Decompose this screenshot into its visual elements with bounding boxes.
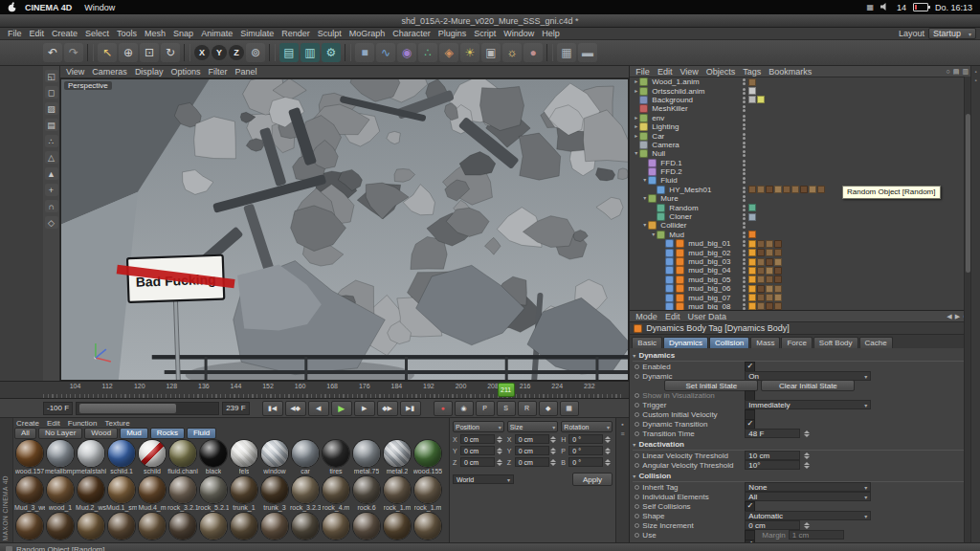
expand-arrow[interactable]: ▸ bbox=[633, 87, 639, 96]
goto-start-button[interactable]: ▮◀ bbox=[262, 401, 283, 416]
tag-icon[interactable] bbox=[757, 186, 765, 193]
om-menu-bookmarks[interactable]: Bookmarks bbox=[765, 67, 815, 77]
menu-help[interactable]: Help bbox=[538, 29, 564, 38]
spinner[interactable] bbox=[604, 448, 611, 454]
material-trunk-1[interactable]: trunk_1 bbox=[229, 476, 259, 512]
menu-window[interactable]: Window bbox=[500, 29, 538, 38]
material-tires[interactable]: tires bbox=[321, 440, 351, 475]
visibility-dots[interactable] bbox=[743, 78, 746, 85]
material-mud-4-m[interactable]: Mud.4_m bbox=[137, 476, 167, 512]
menu-plugins[interactable]: Plugins bbox=[434, 29, 471, 38]
range-end-field[interactable]: 239 F bbox=[222, 402, 249, 415]
menu-character[interactable]: Character bbox=[389, 29, 434, 38]
range-start-field[interactable]: -100 F bbox=[43, 402, 73, 415]
add-spline-icon[interactable]: ∿ bbox=[376, 43, 395, 62]
object-row-ortsschild-anim[interactable]: ▸Ortsschild.anim bbox=[630, 86, 971, 95]
anim-dot[interactable] bbox=[635, 393, 639, 398]
mac-app-name[interactable]: CINEMA 4D bbox=[25, 3, 72, 12]
coord-field-position-z[interactable]: 0 cm bbox=[460, 457, 495, 467]
layer-tab-wood[interactable]: Wood bbox=[84, 428, 118, 439]
add-deformer-icon[interactable]: ◈ bbox=[439, 43, 458, 62]
material-trunk-3[interactable]: trunk_3 bbox=[259, 476, 290, 512]
render-view-icon[interactable]: ▤ bbox=[279, 43, 299, 62]
anim-dot[interactable] bbox=[635, 523, 639, 528]
add-generator-icon[interactable]: ◉ bbox=[397, 43, 416, 62]
anim-dot[interactable] bbox=[635, 374, 639, 379]
key-parameter-toggle[interactable]: ◆ bbox=[539, 401, 558, 416]
visibility-dots[interactable] bbox=[743, 177, 746, 184]
material-rock-1-m[interactable]: rock_1.m bbox=[382, 476, 412, 512]
menu-select[interactable]: Select bbox=[81, 29, 113, 38]
om-menu-view[interactable]: View bbox=[676, 67, 702, 77]
range-slider-handle[interactable] bbox=[79, 404, 176, 413]
om-menu-file[interactable]: File bbox=[632, 67, 654, 77]
tag-icon[interactable] bbox=[766, 285, 773, 293]
viewport-menu-cameras[interactable]: Cameras bbox=[88, 67, 131, 77]
tag-icon[interactable] bbox=[748, 302, 756, 310]
checkbox-enabled[interactable]: ✓ bbox=[745, 362, 755, 372]
coord-field-position-y[interactable]: 0 cm bbox=[460, 446, 495, 455]
visibility-dots[interactable] bbox=[743, 105, 746, 112]
material-mud-2-ws[interactable]: Mud.2_ws bbox=[76, 476, 106, 512]
object-row-cloner[interactable]: Cloner bbox=[630, 212, 971, 221]
section-deactivation[interactable]: ▾Deactivation bbox=[633, 439, 969, 451]
visibility-dots[interactable] bbox=[743, 240, 746, 247]
make-editable-icon[interactable]: ◱ bbox=[45, 70, 58, 82]
polygons-mode-icon[interactable]: ▲ bbox=[45, 167, 58, 180]
coord-field-rotation-p[interactable]: 0 ° bbox=[568, 446, 603, 455]
live-selection-icon[interactable]: ↖ bbox=[98, 43, 117, 62]
object-row-mud[interactable]: ▾Mud bbox=[630, 231, 971, 239]
material-metallbmpl[interactable]: metallbmpl bbox=[45, 440, 76, 475]
object-row-mud-big-04[interactable]: mud_big_04 bbox=[630, 266, 971, 275]
tag-icon[interactable] bbox=[748, 249, 756, 256]
om-menu-objects[interactable]: Objects bbox=[702, 67, 740, 77]
viewport-menu-panel[interactable]: Panel bbox=[231, 67, 260, 77]
viewport-menu-options[interactable]: Options bbox=[167, 67, 204, 77]
tag-icon[interactable] bbox=[774, 186, 782, 193]
window-titlebar[interactable]: shd_015A-2-Mure_v020_Mure_SSS_gni.c4d * bbox=[0, 14, 980, 28]
texture-mode-icon[interactable]: ▨ bbox=[45, 102, 58, 115]
tag-icon[interactable] bbox=[757, 294, 765, 301]
key-rotation-toggle[interactable]: R bbox=[518, 401, 537, 416]
object-row-random[interactable]: Random bbox=[630, 203, 971, 211]
anim-dot[interactable] bbox=[635, 422, 639, 427]
tag-icon[interactable] bbox=[766, 258, 773, 266]
material-fels[interactable]: fels bbox=[229, 440, 259, 475]
visibility-dots[interactable] bbox=[743, 295, 746, 301]
next-key-button[interactable]: ◆▶ bbox=[377, 401, 398, 416]
attr-forward-icon[interactable]: ▶ bbox=[955, 313, 960, 320]
spinner[interactable] bbox=[803, 462, 810, 469]
add-light-icon[interactable]: ☼ bbox=[502, 43, 522, 62]
play-button[interactable]: ▶ bbox=[331, 401, 352, 416]
tag-icon[interactable] bbox=[748, 267, 756, 275]
object-row-fluid[interactable]: ▾Fluid bbox=[630, 176, 971, 185]
section-dynamics[interactable]: ▾Dynamics bbox=[633, 350, 969, 362]
menu-mesh[interactable]: Mesh bbox=[141, 29, 169, 38]
layer-tab-mud[interactable]: Mud bbox=[120, 428, 148, 439]
attr-back-icon[interactable]: ◀ bbox=[947, 313, 951, 320]
menu-script[interactable]: Script bbox=[470, 29, 500, 38]
render-picture-icon[interactable]: ▥ bbox=[301, 43, 320, 62]
scale-tool-icon[interactable]: ⊡ bbox=[140, 43, 159, 62]
visibility-dots[interactable] bbox=[743, 168, 746, 175]
visibility-dots[interactable] bbox=[743, 88, 746, 95]
material-clipped[interactable] bbox=[167, 513, 198, 540]
coord-header-rotation[interactable]: Rotation▾ bbox=[561, 421, 612, 432]
tag-icon[interactable] bbox=[766, 186, 773, 193]
object-row-background[interactable]: Background bbox=[630, 96, 971, 104]
visibility-dots[interactable] bbox=[743, 133, 746, 140]
expand-arrow[interactable]: ▾ bbox=[633, 149, 639, 158]
material-metal-2[interactable]: metal.2 bbox=[382, 440, 412, 475]
tag-icon[interactable] bbox=[748, 186, 756, 193]
object-row-mud-big-01[interactable]: mud_big_01 bbox=[630, 239, 971, 248]
material-clipped[interactable] bbox=[45, 513, 76, 540]
field-angular-velocity-threshold[interactable]: 10° bbox=[745, 460, 800, 470]
visibility-dots[interactable] bbox=[743, 231, 746, 238]
anim-dot[interactable] bbox=[635, 412, 639, 417]
material-fluid-chanl[interactable]: fluid.chanl bbox=[167, 440, 198, 475]
tag-icon[interactable] bbox=[748, 87, 756, 95]
move-tool-icon[interactable]: ⊕ bbox=[119, 43, 138, 62]
tag-icon[interactable] bbox=[774, 240, 782, 248]
tag-icon[interactable] bbox=[791, 186, 799, 193]
dropdown-inherit-tag[interactable]: None▾ bbox=[745, 482, 871, 492]
